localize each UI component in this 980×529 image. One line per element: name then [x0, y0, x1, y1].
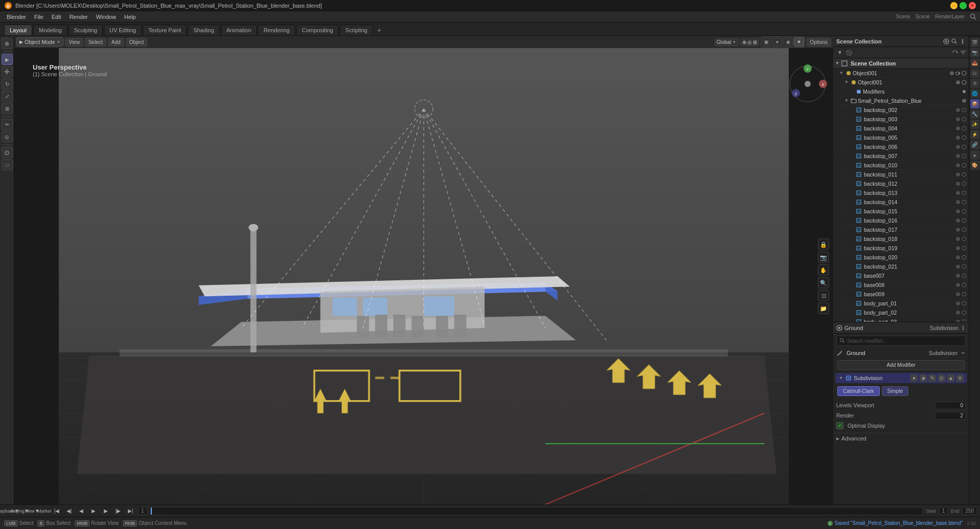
restrict-viewport-icon[interactable]: [955, 200, 961, 205]
outliner-item-object001-child[interactable]: ▼ Object001: [833, 78, 969, 87]
restrict-viewport-icon[interactable]: [955, 117, 961, 122]
restrict-viewport-icon[interactable]: [955, 273, 961, 278]
advanced-toggle[interactable]: ▶ Advanced: [836, 435, 966, 442]
restrict-viewport-icon[interactable]: [955, 163, 961, 168]
restrict-viewport-icon[interactable]: [955, 236, 961, 241]
material-props-icon[interactable]: 🎨: [970, 161, 979, 170]
next-keyframe-button[interactable]: |▶: [114, 506, 123, 516]
end-frame-display[interactable]: 250: [962, 507, 977, 515]
tab-sculpting[interactable]: Sculpting: [69, 25, 103, 35]
close-button[interactable]: ✕: [969, 2, 976, 9]
restrict-viewport-icon[interactable]: [955, 227, 961, 232]
zoom-icon[interactable]: 🔍: [818, 277, 829, 289]
restrict-render-icon[interactable]: [962, 246, 967, 251]
outliner-item-backstop_010[interactable]: backstop_010: [833, 161, 969, 170]
add-workspace-button[interactable]: +: [374, 25, 384, 35]
perspective-icon[interactable]: ⊡: [818, 290, 829, 301]
outliner-item-backstop_002[interactable]: backstop_002: [833, 105, 969, 115]
start-frame-display[interactable]: 1: [939, 507, 948, 515]
restrict-viewport-icon[interactable]: [955, 172, 961, 177]
transform-icon[interactable]: ⊕: [742, 39, 746, 45]
solid-shading-button[interactable]: ●: [772, 37, 783, 47]
restrict-render-icon[interactable]: [962, 236, 967, 241]
scene-collection-item[interactable]: ▼ Scene Collection: [833, 58, 969, 69]
outliner-item-backstop_004[interactable]: backstop_004: [833, 124, 969, 133]
restrict-render-icon[interactable]: [962, 301, 967, 306]
rendered-shading-button[interactable]: ☀: [794, 37, 804, 47]
timeline-keying-btn[interactable]: Keying▼: [15, 506, 25, 516]
scene-props-icon[interactable]: 🎬: [970, 38, 979, 47]
restrict-viewport-icon[interactable]: [955, 246, 961, 251]
restrict-render-icon[interactable]: [962, 126, 967, 131]
modifier-realtime-btn[interactable]: ●: [910, 374, 918, 382]
eye-icon[interactable]: [955, 80, 961, 85]
subdivision-expand-icon[interactable]: [838, 376, 843, 381]
restrict-viewport-icon[interactable]: [955, 319, 961, 322]
modifier-close-btn[interactable]: ✕: [956, 374, 964, 382]
view-menu-button[interactable]: View: [65, 38, 83, 47]
render-icon[interactable]: [962, 71, 967, 76]
jump-start-button[interactable]: |◀: [52, 506, 61, 516]
eye-icon[interactable]: [962, 98, 967, 103]
world-props-icon[interactable]: 🌐: [970, 89, 979, 98]
lock-to-active-icon[interactable]: 🔒: [818, 239, 829, 250]
restrict-render-icon[interactable]: [962, 282, 967, 288]
outliner-item-backstop_012[interactable]: backstop_012: [833, 179, 969, 188]
props-options-icon[interactable]: [961, 325, 966, 330]
outliner-item-backstop_017[interactable]: backstop_017: [833, 225, 969, 234]
view-layer-props-icon[interactable]: 🗂: [970, 69, 979, 78]
search-icon[interactable]: [970, 13, 977, 20]
select-tool-button[interactable]: ▶: [2, 54, 13, 65]
move-tool-button[interactable]: ✛: [2, 66, 13, 77]
viewport[interactable]: ▶ Object Mode ▼ View Select Add Object G…: [14, 36, 833, 504]
modifier-search[interactable]: Search modifier...: [836, 336, 966, 346]
restrict-viewport-icon[interactable]: [955, 310, 961, 315]
navigation-gizmo[interactable]: Y X Z: [787, 63, 828, 104]
particles-props-icon[interactable]: ✨: [970, 120, 979, 129]
catmull-clark-button[interactable]: Catmull-Clark: [837, 386, 880, 396]
outliner-filter2-icon[interactable]: [960, 49, 967, 56]
global-selector[interactable]: Global ▼: [715, 38, 739, 46]
restrict-render-icon[interactable]: [962, 144, 967, 149]
timeline-view-btn[interactable]: View▼: [28, 506, 37, 516]
select-menu-button[interactable]: Select: [85, 38, 106, 47]
restrict-viewport-icon[interactable]: [955, 209, 961, 214]
tab-scripting[interactable]: Scripting: [340, 25, 373, 35]
menu-render[interactable]: Render: [66, 13, 92, 21]
restrict-viewport-icon[interactable]: [955, 107, 961, 113]
transform-icon2[interactable]: ◎: [747, 39, 752, 45]
outliner-item-base007[interactable]: base007: [833, 271, 969, 280]
outliner-filter-icon[interactable]: [943, 38, 949, 45]
tab-uv-editing[interactable]: UV Editing: [104, 25, 142, 35]
outliner-item-body_part_03[interactable]: body_part_03: [833, 317, 969, 322]
restrict-viewport-icon[interactable]: [955, 292, 961, 297]
wireframe-shading-button[interactable]: ▣: [762, 37, 772, 47]
restrict-render-icon[interactable]: [962, 255, 967, 260]
outliner-item-backstop_015[interactable]: backstop_015: [833, 207, 969, 216]
viewport-options-button[interactable]: Options: [807, 38, 831, 47]
scale-tool-button[interactable]: ⤢: [2, 91, 13, 102]
prev-frame-button[interactable]: ◀: [77, 506, 86, 516]
outliner-item-base008[interactable]: base008: [833, 280, 969, 290]
outliner-item-backstop_013[interactable]: backstop_013: [833, 188, 969, 197]
restrict-render-icon[interactable]: [962, 264, 967, 269]
outliner-item-backstop_020[interactable]: backstop_020: [833, 253, 969, 262]
scene-settings-icon[interactable]: ⚙: [970, 79, 979, 88]
restrict-viewport-icon[interactable]: [955, 190, 961, 195]
outliner-item-petrol-collection[interactable]: ▼ Small_Petrol_Station_Blue: [833, 96, 969, 105]
restrict-viewport-icon[interactable]: [955, 181, 961, 186]
add-menu-button[interactable]: Add: [108, 38, 124, 47]
modifier-cage-btn[interactable]: ⊙: [938, 374, 945, 382]
restrict-render-icon[interactable]: [962, 153, 967, 159]
physics-props-icon[interactable]: ⚡: [970, 130, 979, 139]
tab-animation[interactable]: Animation: [221, 25, 257, 35]
restrict-viewport-icon[interactable]: [955, 282, 961, 288]
render-props-icon[interactable]: 📷: [970, 48, 979, 57]
add-object-button[interactable]: ⊙: [2, 147, 13, 158]
restrict-render-icon[interactable]: [962, 227, 967, 232]
object-menu-button[interactable]: Object: [126, 38, 148, 47]
menu-window[interactable]: Window: [93, 13, 120, 21]
restrict-render-icon[interactable]: [962, 273, 967, 278]
restrict-viewport-icon[interactable]: [955, 144, 961, 149]
outliner-item-body_part_01[interactable]: body_part_01: [833, 299, 969, 308]
